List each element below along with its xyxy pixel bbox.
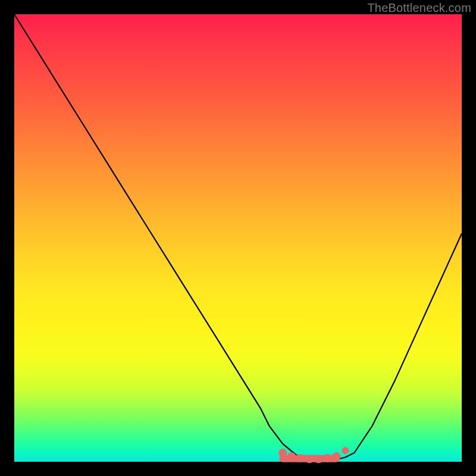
curve-marker [305,455,314,464]
curve-marker [332,452,340,461]
curve-marker [296,454,305,462]
curve-marker [278,449,287,457]
curve-marker [287,452,296,461]
curve-marker [342,447,349,454]
curve-path [14,14,462,459]
plot-area [14,14,462,462]
curve-marker [323,454,331,462]
curve-marker [314,455,322,464]
watermark-text: TheBottleneck.com [367,1,471,15]
bottleneck-curve [14,14,462,462]
chart-frame: TheBottleneck.com [0,0,476,476]
